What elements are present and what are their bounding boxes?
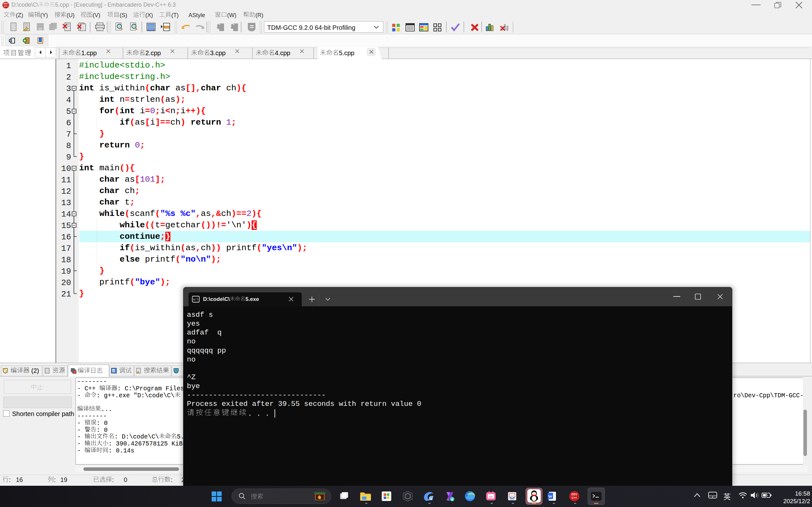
svg-text:5.exe: 5.exe xyxy=(246,296,259,302)
svg-text:-: - xyxy=(77,392,85,399)
svg-text:5.cpp - [Executing] - Embarcad: 5.cpp - [Executing] - Embarcadero Dev-C+… xyxy=(55,2,176,8)
svg-text::: : xyxy=(9,476,11,483)
svg-text:0: 0 xyxy=(112,370,114,373)
svg-text:C++: C++ xyxy=(4,5,8,7)
svg-text:: 0.14s: : 0.14s xyxy=(108,447,135,454)
svg-text:AStyle: AStyle xyxy=(189,12,205,18)
svg-text:(S): (S) xyxy=(120,12,127,18)
svg-text:: D:\code\C\: : D:\code\C\ xyxy=(114,434,159,440)
svg-text:W: W xyxy=(548,494,552,499)
svg-text:(Z): (Z) xyxy=(16,12,23,18)
svg-text:2.cpp: 2.cpp xyxy=(145,50,161,56)
svg-text:. . .: . . . xyxy=(248,410,274,418)
svg-text:--------: -------- xyxy=(77,378,107,385)
svg-text:(V): (V) xyxy=(93,12,100,18)
svg-text:--------: -------- xyxy=(77,413,107,420)
svg-text::: : xyxy=(54,476,56,483)
svg-text:AI: AI xyxy=(429,498,433,501)
svg-text:5.cpp: 5.cpp xyxy=(339,50,354,56)
svg-text:-: - xyxy=(77,440,85,447)
svg-text:DEV: DEV xyxy=(3,3,8,5)
svg-text:(R): (R) xyxy=(255,12,263,18)
svg-text:: 0: : 0 xyxy=(96,427,108,434)
svg-text:DEV: DEV xyxy=(571,493,577,496)
svg-text:C++: C++ xyxy=(571,496,577,499)
svg-text::: : xyxy=(112,476,114,483)
svg-text:D:\code\C\: D:\code\C\ xyxy=(203,296,230,302)
svg-text:1.cpp: 1.cpp xyxy=(81,50,97,56)
svg-text:3.cpp: 3.cpp xyxy=(210,50,225,56)
svg-text:...: ... xyxy=(101,406,112,413)
svg-text:c:\: c:\ xyxy=(193,298,199,301)
svg-text:(2): (2) xyxy=(30,367,39,374)
svg-text:: g++.exe "D:\code\C\: : g++.exe "D:\code\C\ xyxy=(96,392,174,399)
svg-text:(Y): (Y) xyxy=(40,12,48,18)
svg-text:ro\Dev-Cpp\TDM-GCC-: ro\Dev-Cpp\TDM-GCC- xyxy=(733,392,803,399)
svg-text:-: - xyxy=(77,420,85,427)
svg-text:(W): (W) xyxy=(227,12,237,18)
svg-text:: 0: : 0 xyxy=(96,420,108,427)
svg-text:-: - xyxy=(77,434,85,440)
svg-text:(T): (T) xyxy=(171,12,179,18)
svg-text:(X): (X) xyxy=(145,12,153,18)
svg-text:- C++: - C++ xyxy=(77,385,99,392)
svg-text:: 390.4267578125 KiB: : 390.4267578125 KiB xyxy=(108,440,183,447)
svg-text:: C:\Program Files: : C:\Program Files xyxy=(117,385,184,392)
svg-text:4.cpp: 4.cpp xyxy=(275,50,290,56)
svg-text:英: 英 xyxy=(723,493,731,501)
svg-text:D:\code\C\: D:\code\C\ xyxy=(11,2,38,8)
svg-text::: : xyxy=(171,476,172,483)
svg-text:bili: bili xyxy=(489,495,493,498)
svg-text:-: - xyxy=(77,447,85,454)
svg-text:(U): (U) xyxy=(67,12,74,18)
svg-text:-: - xyxy=(77,427,85,434)
